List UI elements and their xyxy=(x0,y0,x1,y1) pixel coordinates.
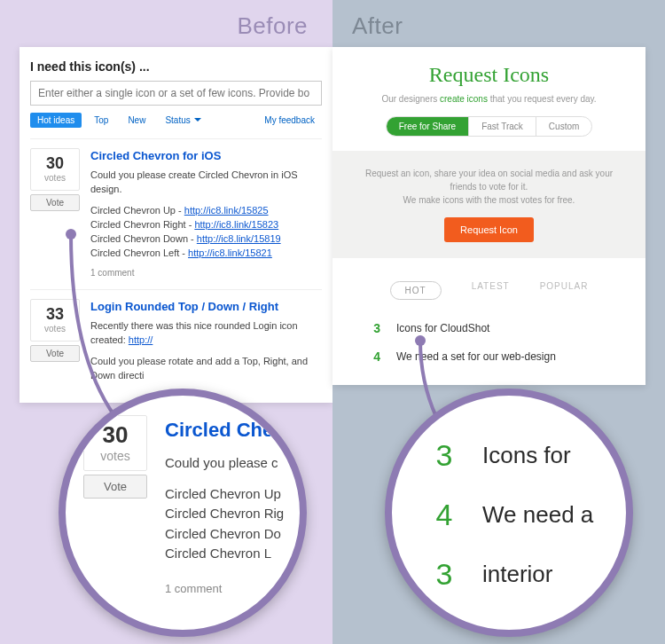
after-card: Request Icons Our designers create icons… xyxy=(332,47,645,385)
request-text: Icons for xyxy=(482,442,571,469)
idea-title[interactable]: Login Rounded Top / Down / Right xyxy=(90,299,322,316)
vote-box: 30 votes Vote xyxy=(83,415,147,597)
idea-description-2: Could you please rotate and add a Top, R… xyxy=(90,355,322,383)
vote-box: 30 votes Vote xyxy=(30,148,80,280)
sort-tabs: HOT LATEST POPULAR xyxy=(332,281,645,300)
segtab-free[interactable]: Free for Share xyxy=(387,117,468,136)
vote-box: 33 votes Vote xyxy=(30,299,80,383)
before-label: Before xyxy=(0,0,332,47)
idea-description: Recently there was this nice rounded Log… xyxy=(90,319,322,348)
idea-line: Circled Chevron Do xyxy=(165,524,284,545)
before-heading: I need this icon(s) ... xyxy=(30,59,322,74)
idea-line: Circled Chevron Rig xyxy=(165,504,284,524)
vote-label: votes xyxy=(35,324,75,334)
idea-line: Circled Chevron Up xyxy=(165,484,284,505)
request-row[interactable]: 4 We need a set for our web-design xyxy=(368,342,635,371)
leader-dot-after xyxy=(415,335,426,346)
idea-description: Could you please c xyxy=(165,453,284,474)
tab-hot-ideas[interactable]: Hot ideas xyxy=(30,113,82,128)
tab-new[interactable]: New xyxy=(121,113,153,128)
idea-comment[interactable]: 1 comment xyxy=(90,267,322,280)
request-row[interactable]: 4 We need a xyxy=(431,485,626,545)
vote-label: votes xyxy=(88,449,143,463)
request-list: 3 Icons for CloudShot 4 We need a set fo… xyxy=(332,314,645,371)
segtab-custom[interactable]: Custom xyxy=(536,117,591,136)
vote-count: 30 votes xyxy=(30,148,80,191)
idea-line: Circled Chevron Up - http://ic8.link/158… xyxy=(90,204,322,218)
after-subtitle: Our designers create icons that you requ… xyxy=(332,94,645,104)
after-title: Request Icons xyxy=(332,47,645,94)
request-text: interior xyxy=(482,561,552,588)
before-tabs: Hot ideas Top New Status My feedback xyxy=(30,113,322,128)
idea-link[interactable]: http://ic8.link/15825 xyxy=(184,205,269,216)
vote-count: 33 votes xyxy=(30,299,80,342)
idea-line: Circled Chevron L xyxy=(165,544,284,564)
grey-line-2: We make icons with the most votes for fr… xyxy=(354,193,624,207)
idea-row: 30 votes Vote Circled Chevron for iOS Co… xyxy=(30,138,322,289)
request-row[interactable]: 3 Icons for xyxy=(431,426,626,485)
request-num: 3 xyxy=(431,557,458,592)
before-card: I need this icon(s) ... Hot ideas Top Ne… xyxy=(20,47,332,403)
idea-body: Circled Che Could you please c Circled C… xyxy=(165,415,284,597)
idea-link[interactable]: http://ic8.link/15823 xyxy=(194,219,278,230)
request-icon-button[interactable]: Request Icon xyxy=(444,217,534,242)
idea-link[interactable]: http:// xyxy=(129,334,153,345)
magnifier-after: 3 Icons for 4 We need a 3 interior xyxy=(385,389,633,637)
idea-line: Circled Chevron Down - http://ic8.link/1… xyxy=(90,232,322,247)
sorttab-popular[interactable]: POPULAR xyxy=(540,281,589,300)
vote-number: 30 xyxy=(35,154,75,173)
idea-body: Circled Chevron for iOS Could you please… xyxy=(90,148,322,280)
grey-info-band: Request an icon, share your idea on soci… xyxy=(332,151,645,258)
grey-line-1: Request an icon, share your idea on soci… xyxy=(354,167,624,193)
request-text: We need a xyxy=(482,501,593,529)
idea-comment[interactable]: 1 comment xyxy=(165,580,284,598)
idea-title[interactable]: Circled Chevron for iOS xyxy=(90,148,322,165)
create-icons-link[interactable]: create icons xyxy=(440,94,488,104)
leader-dot-before xyxy=(66,229,76,240)
vote-button[interactable]: Vote xyxy=(30,345,80,362)
tab-top[interactable]: Top xyxy=(87,113,115,128)
request-num: 3 xyxy=(368,321,380,335)
segtab-fast[interactable]: Fast Track xyxy=(468,117,536,136)
request-num: 4 xyxy=(368,349,380,364)
request-row[interactable]: 3 Icons for CloudShot xyxy=(368,314,635,342)
after-label: After xyxy=(332,0,665,47)
magnifier-before-content: 30 votes Vote Circled Che Could you plea… xyxy=(66,396,300,597)
vote-button[interactable]: Vote xyxy=(83,475,147,499)
idea-link[interactable]: http://ic8.link/15819 xyxy=(197,233,281,244)
idea-line: Circled Chevron Left - http://ic8.link/1… xyxy=(90,247,322,261)
search-input[interactable] xyxy=(30,81,322,106)
idea-line: Circled Chevron Right - http://ic8.link/… xyxy=(90,218,322,232)
vote-button[interactable]: Vote xyxy=(30,194,80,211)
sorttab-latest[interactable]: LATEST xyxy=(472,281,510,300)
idea-body: Login Rounded Top / Down / Right Recentl… xyxy=(90,299,322,383)
vote-label: votes xyxy=(35,173,75,183)
tab-status[interactable]: Status xyxy=(158,113,207,128)
magnifier-before: 30 votes Vote Circled Che Could you plea… xyxy=(59,389,307,637)
request-num: 3 xyxy=(431,438,458,473)
request-num: 4 xyxy=(431,498,458,532)
vote-number: 33 xyxy=(35,305,75,324)
request-text: Icons for CloudShot xyxy=(396,322,489,334)
magnifier-after-content: 3 Icons for 4 We need a 3 interior xyxy=(392,396,626,604)
request-row[interactable]: 3 interior xyxy=(431,545,626,604)
sorttab-hot[interactable]: HOT xyxy=(390,281,442,300)
idea-row: 33 votes Vote Login Rounded Top / Down /… xyxy=(30,289,322,392)
idea-description: Could you please create Circled Chevron … xyxy=(90,169,322,197)
tab-my-feedback[interactable]: My feedback xyxy=(257,113,322,128)
segment-tabs: Free for Share Fast Track Custom xyxy=(386,116,593,137)
idea-link[interactable]: http://ic8.link/15821 xyxy=(188,247,272,258)
vote-number: 30 xyxy=(88,421,143,449)
request-text: We need a set for our web-design xyxy=(396,350,556,363)
